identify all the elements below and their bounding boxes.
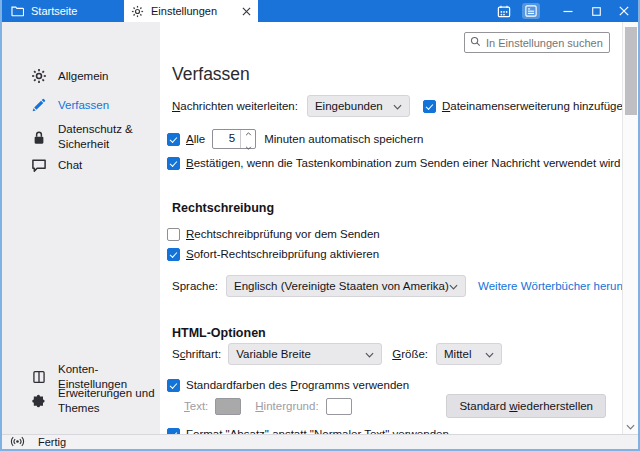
scrollbar-down-icon[interactable]: [626, 420, 635, 432]
inline-spellcheck-checkbox[interactable]: [167, 248, 180, 261]
sidebar-item-chat[interactable]: Chat: [30, 158, 82, 173]
scrollbar[interactable]: [622, 22, 638, 434]
sidebar-item-label: Chat: [58, 158, 82, 173]
settings-body: Allgemein Verfassen Datenschutz & Sicher…: [2, 22, 638, 434]
sidebar-item-erweiterungen-themes[interactable]: Erweiterungen und Themes: [30, 386, 166, 416]
text-color-swatch[interactable]: [215, 398, 241, 415]
tab-label: Einstellungen: [151, 5, 235, 17]
spinner-arrows: [240, 130, 255, 148]
section-title-rechtschreibung: Rechtschreibung: [172, 201, 274, 215]
autosave-label-pre: Alle: [186, 133, 205, 145]
autosave-checkbox[interactable]: [167, 133, 180, 146]
section-title-html-optionen: HTML-Optionen: [172, 326, 266, 340]
filename-ext-checkbox[interactable]: [423, 100, 436, 113]
tab-close-icon[interactable]: [242, 7, 251, 16]
maximize-button[interactable]: [582, 0, 610, 22]
spellcheck-before-row: Rechtschreibprüfung vor dem Senden: [167, 226, 380, 242]
spinner-up-button[interactable]: [245, 126, 252, 138]
sidebar-item-datenschutz-sicherheit[interactable]: Datenschutz & Sicherheit: [30, 122, 153, 152]
forward-mode-value: Eingebunden: [315, 100, 383, 112]
settings-sidebar: Allgemein Verfassen Datenschutz & Sicher…: [2, 22, 160, 434]
address-book-icon: [30, 370, 47, 384]
restore-defaults-button[interactable]: Standard wiederherstellen: [446, 394, 606, 418]
sidebar-item-verfassen[interactable]: Verfassen: [30, 98, 109, 113]
language-dropdown[interactable]: Englisch (Vereinigte Staaten von Amerika…: [226, 275, 466, 297]
paragraph-format-checkbox[interactable]: [167, 428, 180, 435]
spinner-down-button[interactable]: [245, 140, 252, 152]
puzzle-icon: [30, 394, 47, 409]
status-text: Fertig: [38, 436, 66, 448]
font-value: Variable Breite: [236, 348, 311, 360]
autosave-minutes-value: 5: [213, 130, 240, 148]
confirm-send-row: Bestätigen, wenn die Tastenkombination z…: [167, 155, 620, 171]
forward-label: Nachrichten weiterleiten:: [172, 100, 298, 112]
paragraph-format-label: Format "Absatz" anstatt "Normaler Text" …: [186, 428, 449, 434]
sidebar-item-label: Verfassen: [58, 98, 109, 113]
size-value: Mittel: [444, 348, 471, 360]
size-dropdown[interactable]: Mittel: [436, 343, 502, 365]
font-dropdown[interactable]: Variable Breite: [228, 343, 382, 365]
page-title: Verfassen: [172, 64, 250, 85]
background-color-swatch[interactable]: [326, 398, 352, 415]
chevron-down-icon: [365, 348, 374, 360]
activity-icon[interactable]: [10, 436, 25, 449]
paragraph-format-row: Format "Absatz" anstatt "Normaler Text" …: [167, 426, 449, 434]
pencil-icon: [30, 98, 47, 113]
search-icon: [470, 36, 481, 49]
titlebar-right-controls: [497, 0, 638, 22]
spellcheck-before-label: Rechtschreibprüfung vor dem Senden: [186, 228, 380, 240]
default-colors-label: Standardfarben des Programms verwenden: [186, 379, 409, 391]
language-row: Sprache: Englisch (Vereinigte Staaten vo…: [172, 275, 622, 297]
inline-spellcheck-label: Sofort-Rechtschreibprüfung aktivieren: [186, 248, 379, 260]
sidebar-item-label: Erweiterungen und Themes: [58, 386, 166, 416]
language-label: Sprache:: [172, 280, 218, 292]
gear-icon: [30, 68, 47, 84]
settings-search: [464, 32, 610, 53]
spellcheck-before-send-checkbox[interactable]: [167, 228, 180, 241]
language-value: Englisch (Vereinigte Staaten von Amerika…: [234, 280, 449, 292]
chevron-down-icon: [393, 100, 402, 112]
gear-icon: [131, 5, 144, 18]
sidebar-item-allgemein[interactable]: Allgemein: [30, 68, 109, 84]
color-swatches-row: Text: Hintergrund:: [184, 395, 352, 417]
confirm-send-label: Bestätigen, wenn die Tastenkombination z…: [186, 157, 620, 169]
lock-icon: [30, 130, 47, 145]
confirm-send-checkbox[interactable]: [167, 157, 180, 170]
sidebar-item-label: Allgemein: [58, 69, 109, 84]
minimize-button[interactable]: [554, 0, 582, 22]
close-button[interactable]: [610, 0, 638, 22]
calendar-icon[interactable]: [497, 5, 511, 18]
settings-search-input[interactable]: [464, 32, 610, 53]
inline-spellcheck-row: Sofort-Rechtschreibprüfung aktivieren: [167, 246, 379, 262]
status-bar: Fertig: [2, 434, 638, 449]
tab-einstellungen[interactable]: Einstellungen: [124, 0, 258, 22]
default-colors-checkbox[interactable]: [167, 379, 180, 392]
background-color-label: Hintergrund:: [255, 400, 318, 412]
autosave-label-post: Minuten automatisch speichern: [264, 133, 423, 145]
sidebar-item-label: Datenschutz & Sicherheit: [58, 122, 153, 152]
forward-row: Nachrichten weiterleiten: Eingebunden Da…: [172, 95, 622, 117]
folder-icon: [11, 5, 24, 17]
autosave-minutes-spinner[interactable]: 5: [212, 129, 256, 149]
font-row: Schriftart: Variable Breite Größe: Mitte…: [172, 343, 502, 365]
tab-startseite[interactable]: Startseite: [2, 0, 124, 22]
forward-mode-dropdown[interactable]: Eingebunden: [307, 95, 410, 117]
default-colors-row: Standardfarben des Programms verwenden: [167, 377, 409, 393]
chevron-down-icon: [449, 280, 458, 292]
font-label: Schriftart:: [172, 348, 221, 360]
thunderbird-settings-window: Startseite Einstellungen: [0, 0, 640, 451]
settings-main-pane: Verfassen Nachrichten weiterleiten: Eing…: [160, 22, 622, 434]
tasks-icon[interactable]: [522, 3, 540, 19]
scrollbar-thumb[interactable]: [625, 27, 637, 115]
autosave-row: Alle 5 Minuten automatisch speichern: [167, 129, 423, 149]
chevron-down-icon: [485, 348, 494, 360]
chat-bubble-icon: [30, 158, 47, 173]
text-color-label: Text:: [184, 400, 208, 412]
tab-label: Startseite: [31, 5, 77, 17]
filename-ext-label: Dateinamenserweiterung hinzufügen: [442, 100, 622, 112]
download-dictionaries-link[interactable]: Weitere Wörterbücher herunterladen: [478, 280, 622, 292]
size-label: Größe:: [392, 348, 428, 360]
tab-bar: Startseite Einstellungen: [2, 0, 638, 22]
